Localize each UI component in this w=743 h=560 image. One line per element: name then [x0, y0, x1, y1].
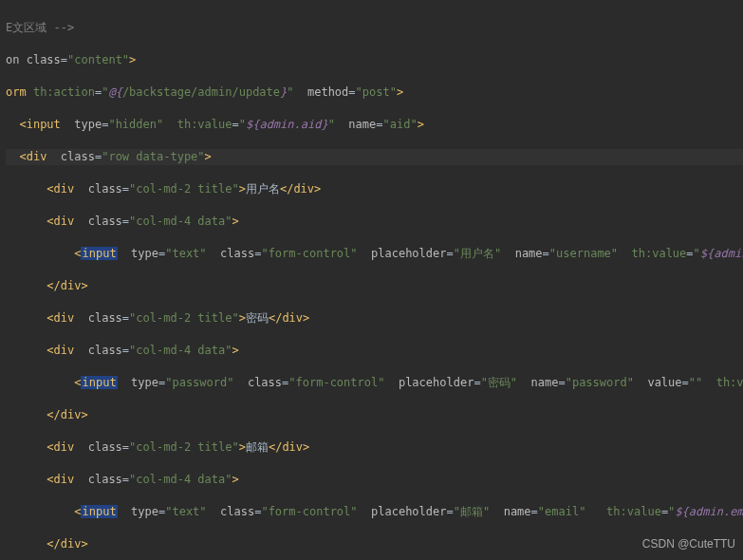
comment: E文区域 --> [6, 21, 74, 34]
code-editor[interactable]: E文区域 --> on class="content"> orm th:acti… [0, 0, 743, 560]
watermark: CSDN @CuteTTU [642, 536, 735, 552]
code-area[interactable]: E文区域 --> on class="content"> orm th:acti… [6, 0, 743, 560]
